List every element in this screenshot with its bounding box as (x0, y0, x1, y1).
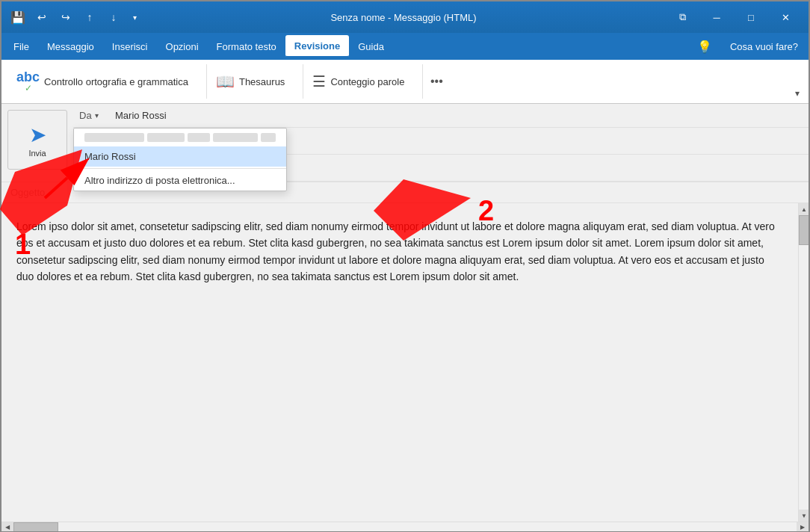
menu-formato-testo[interactable]: Formato testo (208, 35, 285, 58)
thesaurus-icon: 📖 (216, 72, 235, 90)
menu-bar: File Messaggio Inserisci Opzioni Formato… (1, 33, 809, 60)
title-bar: 💾 ↩ ↪ ↑ ↓ ▾ Senza nome - Messaggio (HTML… (1, 1, 809, 33)
da-section: Da ▾ Mario Rossi (73, 104, 809, 182)
compose-header: ➤ Invia Da ▾ Mario Rossi (1, 104, 809, 182)
send-button[interactable]: ➤ Invia (7, 110, 67, 170)
conteggio-btn[interactable]: ☰ Conteggio parole (306, 68, 410, 95)
da-chevron-icon: ▾ (95, 111, 99, 120)
redo-btn[interactable]: ↪ (55, 7, 76, 28)
scroll-track-v[interactable] (799, 215, 809, 510)
quick-access-dropdown[interactable]: ▾ (127, 7, 142, 28)
horizontal-scrollbar[interactable]: ◀ ▶ (1, 522, 809, 532)
ribbon: abc ✓ Controllo ortografia e grammatica … (1, 60, 809, 104)
da-value: Mario Rossi (115, 110, 167, 121)
scroll-right-btn[interactable]: ▶ (797, 522, 809, 533)
search-box[interactable]: Cosa vuoi fare? (723, 38, 806, 55)
undo-btn[interactable]: ↩ (31, 7, 52, 28)
scroll-left-btn[interactable]: ◀ (1, 522, 13, 533)
maximize-btn[interactable]: □ (734, 1, 768, 33)
scroll-thumb-h[interactable] (13, 522, 58, 533)
blur-block-5 (261, 133, 276, 142)
minimize-btn[interactable]: ─ (699, 1, 734, 33)
email-body[interactable]: Lorem ipso dolor sit amet, consetetur sa… (1, 203, 798, 522)
window-title: Senza nome - Messaggio (HTML) (146, 12, 661, 23)
send-label: Invia (28, 149, 46, 158)
body-text: Lorem ipso dolor sit amet, consetetur sa… (16, 218, 783, 285)
scroll-down-btn[interactable]: ▼ (799, 510, 809, 522)
abc-icon: abc ✓ (16, 70, 40, 93)
da-row: Da ▾ Mario Rossi (73, 104, 809, 128)
lightbulb-btn[interactable]: 💡 (693, 37, 717, 57)
quick-access-toolbar: 💾 ↩ ↪ ↑ ↓ ▾ (7, 7, 142, 28)
blur-block-3 (188, 133, 210, 142)
dropdown-altro-indirizzo[interactable]: Altro indirizzo di posta elettronica... (74, 170, 286, 191)
oggetto-label: Oggetto (10, 187, 45, 198)
dropdown-mario-rossi[interactable]: Mario Rossi (74, 146, 286, 167)
save-icon[interactable]: 💾 (7, 7, 28, 28)
menu-messaggio[interactable]: Messaggio (38, 35, 103, 58)
restore-btn[interactable]: ⧉ (665, 1, 699, 33)
blur-block-1 (84, 133, 144, 142)
ortografia-btn[interactable]: abc ✓ Controllo ortografia e grammatica (10, 68, 194, 95)
menu-inserisci[interactable]: Inserisci (103, 35, 157, 58)
menu-guida[interactable]: Guida (349, 35, 393, 58)
da-label[interactable]: Da ▾ (79, 110, 109, 121)
thesaurus-label: Thesaurus (239, 76, 285, 87)
menu-file[interactable]: File (4, 35, 38, 58)
ribbon-group-thesaurus: 📖 Thesaurus (210, 64, 303, 99)
close-btn[interactable]: ✕ (768, 1, 803, 33)
da-dropdown: Mario Rossi Altro indirizzo di posta ele… (73, 128, 287, 191)
scroll-up-btn[interactable]: ▲ (799, 203, 809, 215)
move-down-btn[interactable]: ↓ (103, 7, 124, 28)
compose-wrapper: ➤ Invia Da ▾ Mario Rossi (1, 104, 809, 532)
blur-block-4 (213, 133, 258, 142)
scroll-track-h[interactable] (13, 522, 797, 533)
conteggio-label: Conteggio parole (330, 76, 404, 87)
scroll-thumb-v[interactable] (799, 215, 809, 245)
body-wrapper: Lorem ipso dolor sit amet, consetetur sa… (1, 203, 809, 522)
dropdown-divider (74, 168, 286, 169)
ribbon-group-conteggio: ☰ Conteggio parole (306, 64, 423, 99)
ribbon-group-revisione: abc ✓ Controllo ortografia e grammatica (10, 64, 207, 99)
ribbon-collapse-btn[interactable]: ▾ (792, 87, 803, 100)
vertical-scrollbar[interactable]: ▲ ▼ (798, 203, 809, 522)
menu-revisione[interactable]: Revisione (285, 35, 349, 58)
ribbon-more-btn[interactable]: ••• (426, 71, 447, 92)
move-up-btn[interactable]: ↑ (79, 7, 100, 28)
menu-bar-right: 💡 Cosa vuoi fare? (693, 37, 806, 57)
menu-opzioni[interactable]: Opzioni (157, 35, 208, 58)
conteggio-icon: ☰ (312, 72, 326, 90)
thesaurus-btn[interactable]: 📖 Thesaurus (210, 68, 291, 95)
window-controls: ⧉ ─ □ ✕ (665, 1, 803, 33)
blur-block-2 (147, 133, 185, 142)
compose-left: ➤ Invia Da ▾ Mario Rossi (1, 104, 809, 532)
blurred-email-row (74, 129, 286, 146)
send-icon: ➤ (29, 123, 46, 147)
ortografia-label: Controllo ortografia e grammatica (44, 76, 188, 87)
